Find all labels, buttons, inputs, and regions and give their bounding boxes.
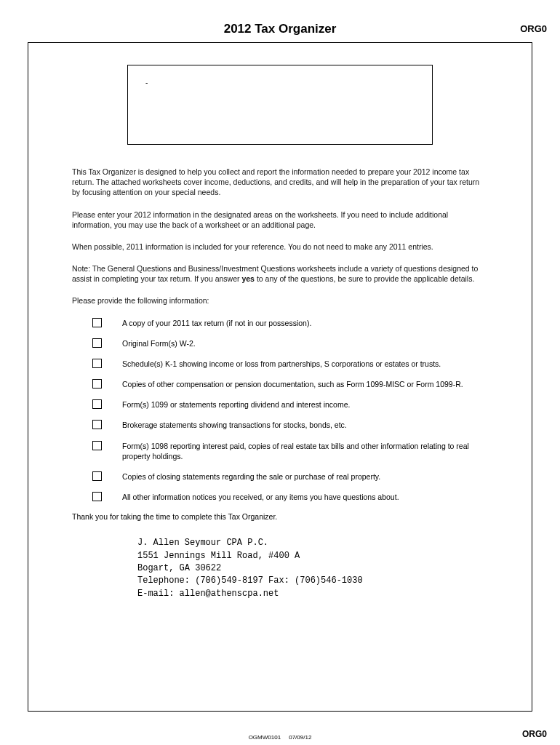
- intro-paragraph-3: When possible, 2011 information is inclu…: [72, 242, 488, 252]
- checklist-label: Brokerage statements showing transaction…: [122, 420, 488, 430]
- thank-you-line: Thank you for taking the time to complet…: [72, 512, 488, 521]
- checklist-row: Original Form(s) W-2.: [92, 338, 488, 348]
- contact-address-2: Bogart, GA 30622: [137, 562, 488, 575]
- checklist-label: Schedule(s) K-1 showing income or loss f…: [122, 359, 488, 369]
- checklist-row: Brokerage statements showing transaction…: [92, 420, 488, 430]
- footer-form-id: OGMW0101: [249, 734, 281, 741]
- document-frame: - This Tax Organizer is designed to help…: [28, 42, 532, 712]
- checklist-row: Form(s) 1099 or statements reporting div…: [92, 399, 488, 410]
- intro-paragraph-2: Please enter your 2012 information in th…: [72, 210, 488, 230]
- checklist-row: Schedule(s) K-1 showing income or loss f…: [92, 359, 488, 369]
- address-box-mark: -: [145, 79, 148, 87]
- checklist-label: A copy of your 2011 tax return (if not i…: [122, 318, 488, 328]
- checklist-label: Original Form(s) W-2.: [122, 338, 488, 348]
- checklist-row: Copies of other compensation or pension …: [92, 379, 488, 389]
- note-paragraph: Note: The General Questions and Business…: [72, 263, 488, 284]
- checkbox[interactable]: [92, 471, 102, 481]
- checkbox[interactable]: [92, 420, 102, 429]
- checkbox[interactable]: [92, 399, 102, 409]
- checklist-row: All other information notices you receiv…: [92, 492, 488, 502]
- page-title: 2012 Tax Organizer: [224, 22, 337, 36]
- checklist-label: Form(s) 1098 reporting interest paid, co…: [122, 441, 488, 461]
- contact-phone: Telephone: (706)549-8197 Fax: (706)546-1…: [137, 575, 488, 587]
- checkbox[interactable]: [92, 379, 102, 389]
- checklist-row: Copies of closing statements regarding t…: [92, 471, 488, 482]
- contact-address-1: 1551 Jennings Mill Road, #400 A: [137, 550, 488, 562]
- form-code-top: ORG0: [520, 23, 547, 34]
- checklist-label: Copies of other compensation or pension …: [122, 379, 488, 389]
- checklist-label: Copies of closing statements regarding t…: [122, 471, 488, 482]
- checklist-row: A copy of your 2011 tax return (if not i…: [92, 318, 488, 328]
- address-box: -: [127, 65, 433, 145]
- footer-date: 07/09/12: [289, 734, 311, 741]
- checklist-row: Form(s) 1098 reporting interest paid, co…: [92, 441, 488, 461]
- intro-paragraph-1: This Tax Organizer is designed to help y…: [72, 167, 488, 198]
- note-suffix: to any of the questions, be sure to prov…: [255, 274, 474, 283]
- checklist: A copy of your 2011 tax return (if not i…: [92, 318, 488, 503]
- contact-name: J. Allen Seymour CPA P.C.: [137, 537, 488, 549]
- form-code-bottom: ORG0: [522, 729, 547, 739]
- contact-block: J. Allen Seymour CPA P.C. 1551 Jennings …: [137, 537, 488, 600]
- page-footer: OGMW0101 07/09/12: [0, 734, 560, 741]
- contact-email: E-mail: allen@athenscpa.net: [137, 588, 488, 600]
- page-header: 2012 Tax Organizer ORG0: [0, 0, 560, 36]
- checkbox[interactable]: [92, 492, 102, 501]
- checkbox[interactable]: [92, 441, 102, 450]
- checklist-label: All other information notices you receiv…: [122, 492, 488, 502]
- checkbox[interactable]: [92, 359, 102, 368]
- checkbox[interactable]: [92, 318, 102, 327]
- checklist-label: Form(s) 1099 or statements reporting div…: [122, 399, 488, 410]
- provide-info-heading: Please provide the following information…: [72, 295, 488, 306]
- note-bold-word: yes: [241, 274, 255, 283]
- checkbox[interactable]: [92, 338, 102, 348]
